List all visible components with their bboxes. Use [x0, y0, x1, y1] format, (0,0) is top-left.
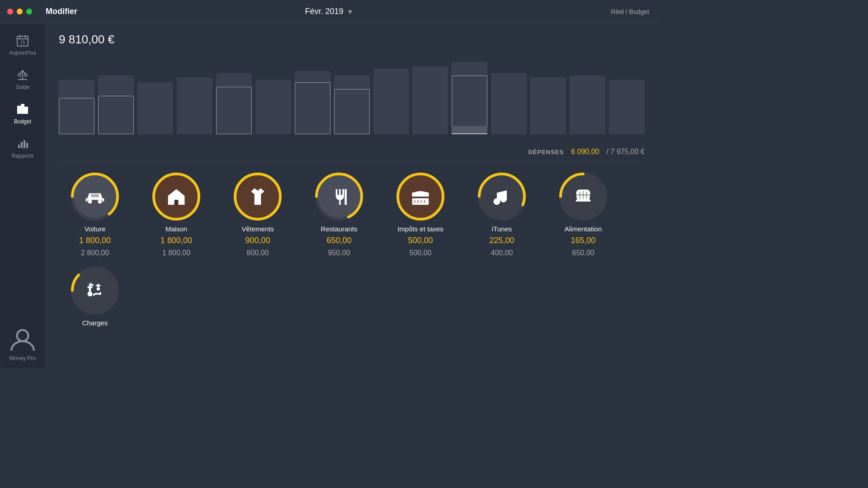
budget-icon — [16, 103, 29, 116]
chart-bar-12 — [530, 55, 566, 134]
category-actual-alimentation: 165,00 — [571, 236, 595, 245]
category-item-vetements[interactable]: Vêtements 900,00 800,00 — [222, 172, 294, 257]
category-budget-vetements: 800,00 — [247, 249, 269, 257]
category-item-restaurants[interactable]: Restaurants 650,00 950,00 — [303, 172, 375, 257]
chevron-down-icon: ▼ — [347, 8, 354, 15]
svg-point-62 — [97, 287, 100, 291]
view-toggle[interactable]: Réel / Budget — [611, 8, 649, 15]
app-name: Money Pro — [9, 355, 36, 361]
category-name-charges: Charges — [82, 319, 108, 327]
category-actual-impots: 500,00 — [408, 236, 433, 245]
category-item-charges[interactable]: Charges — [59, 266, 131, 327]
traffic-lights — [7, 9, 32, 14]
chart-area — [59, 53, 645, 143]
svg-rect-44 — [420, 200, 422, 203]
titlebar: Modifier Févr. 2019 ▼ Réel / Budget — [0, 0, 658, 23]
category-budget-maison: 1 800,00 — [162, 249, 190, 257]
category-grid: Voiture 1 800,00 2 800,00 Maison 1 800,0… — [59, 172, 645, 327]
svg-rect-18 — [26, 143, 28, 148]
category-circle-alimentation — [558, 172, 608, 221]
icon-vetements — [248, 187, 268, 206]
category-actual-vetements: 900,00 — [245, 236, 270, 245]
category-icon-vetements — [239, 178, 277, 216]
svg-rect-42 — [414, 200, 415, 203]
sidebar-label-rapports: Rapports — [12, 153, 34, 159]
svg-rect-53 — [576, 200, 591, 202]
svg-rect-16 — [21, 142, 23, 148]
close-button[interactable] — [7, 9, 13, 14]
budget-actual: 6 090,00 — [571, 148, 599, 156]
svg-point-23 — [88, 199, 92, 203]
icon-voiture — [85, 187, 105, 206]
svg-rect-45 — [424, 200, 425, 203]
svg-rect-17 — [24, 140, 25, 148]
icon-maison — [166, 187, 186, 206]
budget-summary: DÉPENSES 6 090,00 / 7 975,00 € — [59, 148, 645, 161]
category-circle-maison — [151, 172, 201, 221]
category-icon-itunes — [483, 178, 521, 216]
budget-total: / 7 975,00 € — [606, 148, 645, 156]
svg-point-19 — [17, 330, 28, 341]
sidebar-item-budget[interactable]: Budget — [0, 97, 45, 131]
category-name-impots: Impôts et taxes — [397, 225, 443, 233]
chart-bar-5 — [255, 55, 291, 134]
svg-rect-29 — [174, 200, 179, 205]
category-item-impots[interactable]: Impôts et taxes 500,00 500,00 — [384, 172, 457, 257]
category-item-voiture[interactable]: Voiture 1 800,00 2 800,00 — [59, 172, 131, 257]
category-budget-alimentation: 650,00 — [572, 249, 594, 257]
icon-alimentation — [573, 187, 593, 206]
chart-bars — [59, 53, 645, 134]
main-content: 9 810,00 € DÉPENSES 6 090,00 / 7 975,00 … — [45, 23, 658, 369]
date-selector[interactable]: Févr. 2019 ▼ — [305, 7, 354, 16]
category-budget-voiture: 2 800,00 — [81, 249, 109, 257]
icon-restaurants — [329, 187, 349, 206]
budget-label: DÉPENSES — [528, 149, 564, 155]
category-icon-restaurants — [320, 178, 358, 216]
category-actual-maison: 1 800,00 — [160, 236, 192, 245]
category-icon-maison — [157, 178, 195, 216]
balance-icon — [16, 69, 29, 81]
chart-bar-4 — [216, 55, 252, 134]
category-circle-restaurants — [314, 172, 364, 221]
svg-rect-25 — [91, 194, 99, 197]
svg-rect-15 — [18, 145, 20, 148]
category-icon-charges — [76, 272, 114, 310]
category-circle-voiture — [70, 172, 120, 221]
category-item-maison[interactable]: Maison 1 800,00 1 800,00 — [140, 172, 212, 257]
maximize-button[interactable] — [26, 9, 32, 14]
svg-rect-43 — [417, 200, 419, 203]
chart-bar-11 — [491, 55, 527, 134]
sidebar-label-aujourdhui: Aujourd'hui — [9, 50, 36, 56]
category-actual-restaurants: 650,00 — [326, 236, 351, 245]
chart-bar-8 — [373, 55, 409, 134]
svg-rect-13 — [21, 104, 24, 114]
category-item-alimentation[interactable]: Alimentation 165,00 650,00 — [547, 172, 619, 257]
category-circle-charges — [70, 266, 120, 315]
modifier-button[interactable]: Modifier — [46, 7, 77, 16]
category-name-voiture: Voiture — [85, 225, 106, 233]
category-budget-itunes: 400,00 — [491, 249, 513, 257]
icon-itunes — [492, 187, 512, 206]
sidebar-item-solde[interactable]: Solde — [0, 62, 45, 97]
chart-bar-6 — [295, 55, 330, 134]
chart-bar-2 — [137, 55, 173, 134]
category-actual-itunes: 225,00 — [489, 236, 514, 245]
sidebar-label-solde: Solde — [16, 84, 30, 90]
app-logo: Money Pro — [9, 326, 36, 361]
category-name-itunes: iTunes — [492, 225, 512, 233]
category-item-itunes[interactable]: iTunes 225,00 400,00 — [466, 172, 538, 257]
category-budget-impots: 500,00 — [410, 249, 432, 257]
category-circle-itunes — [477, 172, 527, 221]
icon-impots — [410, 187, 430, 206]
sidebar-item-rapports[interactable]: Rapports — [0, 131, 45, 165]
category-actual-voiture: 1 800,00 — [79, 236, 111, 245]
main-layout: 15 Aujourd'hui Solde Budget — [0, 23, 658, 369]
chart-bar-10 — [452, 55, 487, 134]
sidebar-item-aujourdhui[interactable]: 15 Aujourd'hui — [0, 28, 45, 62]
minimize-button[interactable] — [17, 9, 23, 14]
sidebar-bottom: Money Pro — [0, 326, 45, 369]
sidebar-label-budget: Budget — [14, 118, 31, 125]
category-icon-voiture — [76, 178, 114, 216]
category-name-restaurants: Restaurants — [321, 225, 358, 233]
chart-bar-1 — [98, 55, 134, 134]
